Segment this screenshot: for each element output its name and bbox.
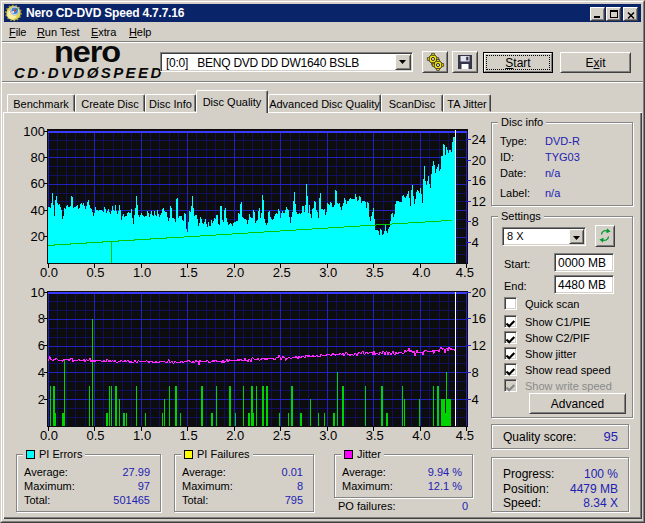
svg-text:4: 4 [472, 235, 479, 250]
svg-text:2.0: 2.0 [226, 428, 244, 443]
svg-text:0.0: 0.0 [40, 265, 58, 280]
svg-text:2: 2 [38, 392, 45, 407]
svg-text:12: 12 [472, 338, 486, 353]
svg-text:3.5: 3.5 [366, 265, 384, 280]
svg-text:100: 100 [23, 124, 45, 139]
svg-text:8: 8 [472, 214, 479, 229]
svg-text:4.0: 4.0 [412, 428, 430, 443]
svg-text:0.5: 0.5 [86, 265, 104, 280]
svg-text:0.5: 0.5 [86, 428, 104, 443]
svg-text:20: 20 [472, 153, 486, 168]
svg-text:3.0: 3.0 [319, 428, 337, 443]
svg-text:1.5: 1.5 [180, 428, 198, 443]
svg-text:1.0: 1.0 [133, 428, 151, 443]
svg-text:4: 4 [38, 365, 45, 380]
svg-text:4.5: 4.5 [456, 265, 474, 280]
svg-text:1.5: 1.5 [180, 265, 198, 280]
svg-text:0.0: 0.0 [40, 428, 58, 443]
svg-text:4.5: 4.5 [456, 428, 474, 443]
svg-text:1.0: 1.0 [133, 265, 151, 280]
svg-text:8: 8 [472, 365, 479, 380]
svg-text:4: 4 [472, 392, 479, 407]
svg-text:8: 8 [38, 311, 45, 326]
svg-text:3.0: 3.0 [319, 265, 337, 280]
svg-text:2.5: 2.5 [273, 428, 291, 443]
svg-text:20: 20 [472, 285, 486, 300]
svg-text:16: 16 [472, 173, 486, 188]
svg-text:80: 80 [31, 150, 45, 165]
svg-text:3.5: 3.5 [366, 428, 384, 443]
svg-text:2.0: 2.0 [226, 265, 244, 280]
svg-text:24: 24 [472, 132, 486, 147]
svg-text:2.5: 2.5 [273, 265, 291, 280]
svg-text:4.0: 4.0 [412, 265, 430, 280]
svg-text:12: 12 [472, 194, 486, 209]
svg-text:6: 6 [38, 338, 45, 353]
svg-text:10: 10 [31, 285, 45, 300]
svg-text:16: 16 [472, 311, 486, 326]
svg-text:60: 60 [31, 176, 45, 191]
svg-text:20: 20 [31, 229, 45, 244]
svg-text:40: 40 [31, 203, 45, 218]
